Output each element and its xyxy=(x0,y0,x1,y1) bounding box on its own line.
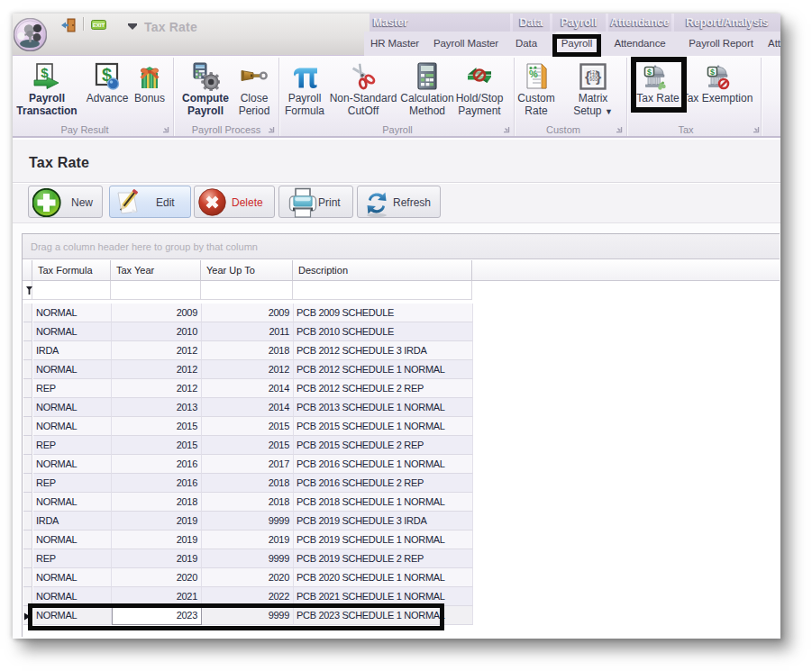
svg-text:0: 0 xyxy=(595,77,598,82)
svg-text:%: % xyxy=(529,68,538,79)
svg-text:EXIT: EXIT xyxy=(93,23,105,28)
svg-text:$: $ xyxy=(710,68,715,77)
